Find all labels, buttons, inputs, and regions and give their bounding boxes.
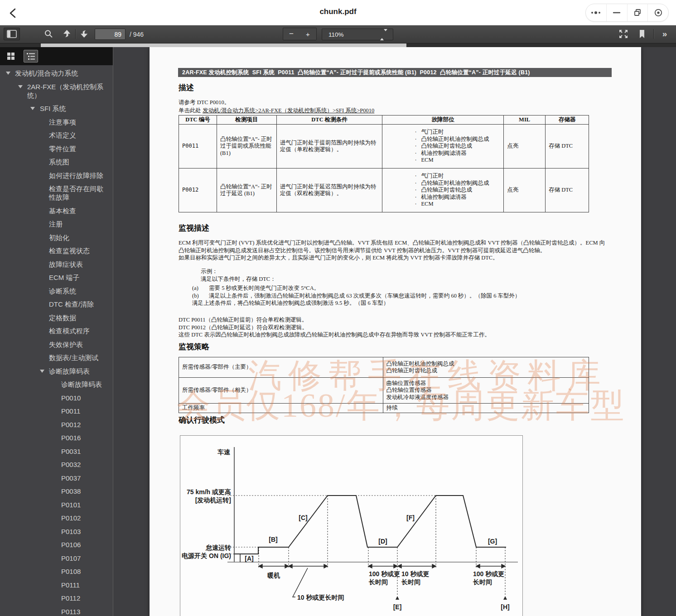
restore-window-button[interactable] [627,4,648,21]
outline-item[interactable]: 检查是否存在间歇性故障 [0,184,113,202]
segment-label: [A] [245,555,253,562]
caret-down-icon[interactable] [6,72,10,75]
outline-item[interactable]: DTC 检查/清除 [0,300,113,308]
minimize-button[interactable] [606,4,627,21]
outline-item[interactable]: 系统图 [0,158,113,166]
outline-item[interactable]: 数据表/主动测试 [0,353,113,362]
outline-item-label: 2AR-FXE（发动机控制系统） [27,83,103,99]
outline-item[interactable]: 2AR-FXE（发动机控制系统） [0,82,113,100]
outline-item[interactable]: 如何进行故障排除 [0,171,113,180]
pdf-page: 2AR-FXE 发动机控制系统 SFI 系统 P0011 凸轮轴位置“A”- 正… [150,47,641,616]
outline-item[interactable]: 诊断故障码表 [0,380,113,389]
zoom-in-button[interactable]: + [299,28,317,40]
note-line: DTC P0011（凸轮轴正时提前）符合单程检测逻辑。 [179,316,490,324]
outline-item[interactable]: P0016 [0,433,113,442]
target-button[interactable] [647,4,668,21]
drive-pattern-diagram: 车速 75 km/h 或更高 [发动机运转] 怠速运转 电源开关 ON (IG)… [180,435,523,616]
strategy-table: 所需传感器/零部件（主要） 凸轮轴正时机油控制阀总成 凸轮轴正时齿轮总成 所需传… [179,357,589,413]
outline-item[interactable]: 注意事项 [0,118,113,126]
thumbnails-view-button[interactable] [4,50,18,63]
outline-item[interactable]: P0111 [0,581,113,589]
outline-item[interactable]: 检查模式程序 [0,327,113,335]
outline-item-label: 术语定义 [49,131,76,139]
horizontal-scrollbar-thumb[interactable] [41,43,406,47]
outline-item-label: 诊断故障码表 [49,367,90,375]
next-page-button[interactable] [78,28,91,40]
outline-item[interactable]: P0011 [0,407,113,415]
outline-item[interactable]: P0103 [0,527,113,536]
select-spinner-icon [380,31,387,38]
dtc-faults: 气门正时 凸轮轴正时机油控制阀总成 凸轮轴正时齿轮总成 机油控制阀滤清器 ECM [382,125,504,168]
example-block: 示例： 满足以下条件时，存储 DTC： [201,268,276,283]
search-button[interactable] [42,28,55,40]
caret-down-icon[interactable] [18,85,23,88]
col-header: 存储器 [546,116,589,125]
outline-item[interactable]: 失效保护表 [0,340,113,349]
circle-dot-icon [653,7,664,18]
outline-item[interactable]: P0038 [0,487,113,496]
outline-tree: 发动机/混合动力系统 2AR-FXE（发动机控制系统） SFI 系统 注意事项 [0,65,113,616]
outline-item[interactable]: 故障症状表 [0,260,113,269]
col-header: MIL [504,116,546,125]
outline-item[interactable]: ECM 端子 [0,273,113,282]
table-row: 所需传感器/零部件（相关） 曲轴位置传感器 凸轮轴位置传感器 发动机冷却液温度传… [179,378,589,404]
heading-description: 描述 [179,82,194,93]
caret-down-icon[interactable] [40,370,44,373]
outline-item-label: 故障症状表 [49,260,83,268]
click-here-line: 单击此处 发动机/混合动力系统>2AR-FXE（发动机控制系统）>SFI 系统>… [179,107,374,115]
outline-item[interactable]: 零件位置 [0,144,113,153]
more-dots-icon [590,7,602,18]
outline-item[interactable]: P0031 [0,447,113,456]
more-options-button[interactable] [586,4,606,21]
zoom-out-button[interactable]: − [283,28,300,40]
outline-item[interactable]: 检查监视状态 [0,246,113,255]
outline-item-label: 基本检查 [49,207,76,215]
outline-item[interactable]: 基本检查 [0,207,113,215]
outline-item[interactable]: P0010 [0,394,113,402]
outline-item[interactable]: 发动机/混合动力系统 [0,69,113,77]
breadcrumb-link[interactable]: 发动机/混合动力系统>2AR-FXE（发动机控制系统）>SFI 系统>P0010 [203,107,374,114]
outline-item[interactable]: 初始化 [0,233,113,242]
outline-item[interactable]: 术语定义 [0,131,113,140]
warmup-label: 暖机 [267,572,280,579]
outline-item[interactable]: P0108 [0,567,113,576]
dtc-table-header-row: DTC 编号 检测项目 DTC 检测条件 故障部位 MIL 存储器 [179,116,589,125]
bookmark-button[interactable] [635,28,649,40]
toggle-sidebar-button[interactable] [4,28,20,40]
zoom-level-select[interactable]: 110% [322,29,393,40]
outline-item[interactable]: 注册 [0,220,113,228]
outline-item[interactable]: P0037 [0,474,113,482]
outline-item-label: 发动机/混合动力系统 [15,69,78,77]
more-tools-button[interactable]: » [657,28,672,40]
outline-item[interactable]: P0112 [0,594,113,602]
page-number-input[interactable] [95,29,126,40]
outline-item[interactable]: P0032 [0,460,113,469]
presentation-mode-button[interactable] [617,28,630,40]
segment-label: [D] [378,538,387,545]
example-label: 示例： [201,268,276,275]
outline-item-label: P0112 [61,594,80,602]
outline-item-label: ECM 端子 [49,274,80,281]
outline-item-label: 检查是否存在间歇性故障 [49,185,103,201]
outline-item[interactable]: P0102 [0,514,113,522]
dtc-condition: 进气门正时处于延迟范围内时持续为特定值（双程检测逻辑）。 [276,168,382,212]
dimension-arrows [259,564,505,568]
outline-item[interactable]: P0012 [0,420,113,429]
outline-view-button[interactable] [24,50,38,63]
caret-down-icon[interactable] [30,107,35,110]
dtc-faults: 气门正时 凸轮轴正时机油控制阀总成 凸轮轴正时齿轮总成 机油控制阀滤清器 ECM [382,168,504,212]
outline-item[interactable]: P0113 [0,607,113,616]
outline-item[interactable]: SFI 系统 [0,104,113,113]
outline-item[interactable]: 定格数据 [0,313,113,322]
outline-item[interactable]: P0107 [0,554,113,563]
sidebar-header [0,47,113,65]
dtc-code: P0011 [179,125,217,168]
previous-page-button[interactable] [61,28,73,40]
heading-monitor-description: 监视描述 [179,223,209,233]
outline-item[interactable]: 诊断故障码表 [0,367,113,375]
outline-item[interactable]: P0101 [0,500,113,509]
outline-item[interactable]: P0106 [0,540,113,549]
outline-item[interactable]: 诊断系统 [0,287,113,295]
outline-item-label: P0106 [61,541,81,549]
bookmark-icon [638,29,646,38]
